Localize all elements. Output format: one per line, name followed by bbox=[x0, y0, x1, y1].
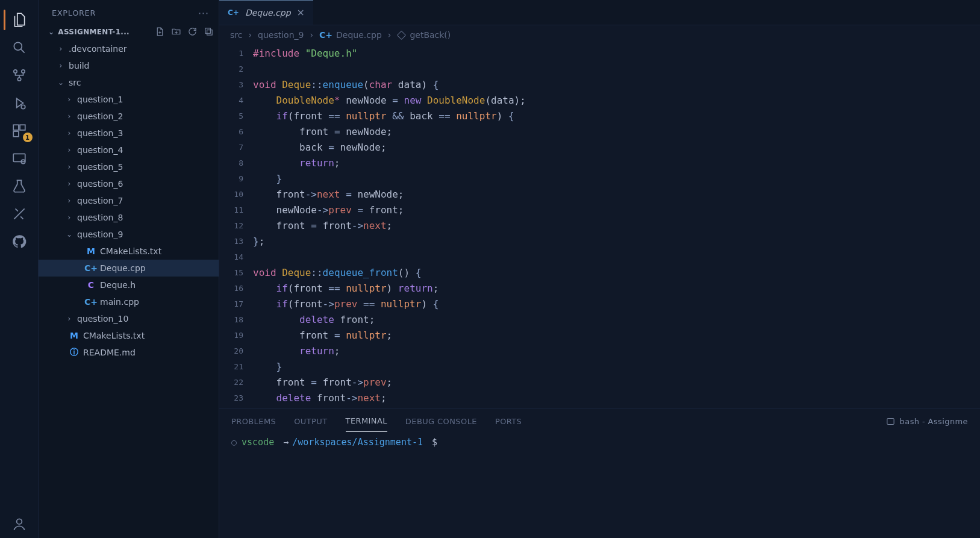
chevron-right-icon: › bbox=[310, 30, 313, 40]
panel-tab-output[interactable]: OUTPUT bbox=[294, 411, 327, 432]
svg-rect-7 bbox=[13, 131, 19, 137]
collapse-all-icon[interactable] bbox=[204, 27, 214, 37]
folder-item[interactable]: ›question_10 bbox=[39, 310, 219, 327]
chevron-icon: › bbox=[57, 45, 65, 53]
folder-item[interactable]: ›question_7 bbox=[39, 192, 219, 209]
explorer-sidebar: EXPLORER ⋯ ⌄ ASSIGNMENT-1... ›.devcontai… bbox=[39, 0, 219, 538]
file-name: question_8 bbox=[77, 213, 123, 222]
panel-tab-problems[interactable]: PROBLEMS bbox=[231, 411, 276, 432]
code-content[interactable]: #include "Deque.h" void Deque::enqueue(c… bbox=[253, 45, 980, 408]
activity-search-icon[interactable] bbox=[0, 34, 39, 61]
chevron-icon: › bbox=[65, 196, 73, 205]
extensions-update-badge: 1 bbox=[23, 133, 33, 142]
breadcrumb-part[interactable]: src bbox=[230, 30, 242, 40]
file-item[interactable]: C+Deque.cpp bbox=[39, 260, 219, 277]
file-item[interactable]: MCMakeLists.txt bbox=[39, 327, 219, 344]
breadcrumb[interactable]: src › question_9 › C+Deque.cpp › getBack… bbox=[219, 25, 980, 45]
panel-tab-debug-console[interactable]: DEBUG CONSOLE bbox=[405, 411, 477, 432]
folder-item[interactable]: ›question_1 bbox=[39, 91, 219, 108]
chevron-icon: ⌄ bbox=[57, 78, 65, 87]
file-name: question_2 bbox=[77, 111, 123, 121]
folder-item[interactable]: ›question_2 bbox=[39, 108, 219, 125]
chevron-down-icon: ⌄ bbox=[48, 28, 54, 36]
file-name: README.md bbox=[83, 348, 136, 357]
file-item[interactable]: ⓘREADME.md bbox=[39, 344, 219, 361]
activity-github-icon[interactable] bbox=[0, 228, 39, 255]
folder-item[interactable]: ›question_6 bbox=[39, 175, 219, 192]
folder-item[interactable]: ›question_4 bbox=[39, 142, 219, 158]
chevron-icon: › bbox=[65, 180, 73, 188]
folder-item[interactable]: ›.devcontainer bbox=[39, 40, 219, 57]
explorer-more-icon[interactable]: ⋯ bbox=[198, 7, 209, 19]
cpp-icon: C+ bbox=[319, 30, 332, 40]
activity-extensions-icon[interactable]: 1 bbox=[0, 117, 39, 145]
file-item[interactable]: CDeque.h bbox=[39, 277, 219, 293]
panel-tab-ports[interactable]: PORTS bbox=[495, 411, 522, 432]
file-type-icon: C bbox=[86, 280, 96, 290]
tab-label: Deque.cpp bbox=[245, 8, 291, 17]
terminal-body[interactable]: ○vscode →/workspaces/Assignment-1 $ bbox=[219, 433, 980, 538]
terminal-icon bbox=[886, 417, 895, 426]
file-name: Deque.cpp bbox=[100, 263, 146, 273]
svg-point-1 bbox=[13, 70, 16, 73]
folder-item[interactable]: ›question_5 bbox=[39, 158, 219, 175]
svg-rect-5 bbox=[13, 125, 19, 130]
file-item[interactable]: C+main.cpp bbox=[39, 293, 219, 310]
chevron-right-icon: › bbox=[248, 30, 252, 40]
file-item[interactable]: MCMakeLists.txt bbox=[39, 243, 219, 260]
file-type-icon: M bbox=[86, 246, 96, 256]
file-name: question_5 bbox=[77, 162, 123, 172]
close-icon[interactable]: × bbox=[297, 7, 305, 18]
breadcrumb-symbol[interactable]: getBack() bbox=[397, 30, 451, 40]
breadcrumb-part[interactable]: question_9 bbox=[258, 30, 304, 40]
folder-item[interactable]: ›build bbox=[39, 57, 219, 74]
arrow-icon: → bbox=[283, 437, 289, 448]
svg-rect-13 bbox=[398, 31, 406, 39]
activity-remote-icon[interactable] bbox=[0, 145, 39, 172]
breadcrumb-file[interactable]: C+Deque.cpp bbox=[319, 30, 382, 40]
terminal-user: vscode bbox=[242, 437, 274, 448]
folder-item[interactable]: ›question_3 bbox=[39, 125, 219, 142]
file-name: main.cpp bbox=[100, 297, 139, 307]
activity-files-icon[interactable] bbox=[0, 6, 39, 34]
terminal-shell-label[interactable]: bash - Assignme bbox=[886, 417, 968, 426]
new-file-icon[interactable] bbox=[155, 27, 165, 37]
panel-tab-bar: PROBLEMS OUTPUT TERMINAL DEBUG CONSOLE P… bbox=[219, 409, 980, 433]
chevron-icon: ⌄ bbox=[65, 230, 73, 239]
chevron-icon: › bbox=[65, 95, 73, 104]
line-numbers: 1234567891011121314151617181920212223 bbox=[219, 45, 253, 408]
panel-tab-terminal[interactable]: TERMINAL bbox=[346, 410, 387, 432]
folder-item[interactable]: ⌄src bbox=[39, 74, 219, 91]
activity-git-icon[interactable] bbox=[0, 61, 39, 89]
cpp-icon: C+ bbox=[228, 8, 239, 17]
file-name: src bbox=[69, 78, 81, 87]
file-name: .devcontainer bbox=[69, 44, 127, 54]
activity-debug-icon[interactable] bbox=[0, 89, 39, 117]
activity-liveshare-icon[interactable] bbox=[0, 200, 39, 228]
file-name: CMakeLists.txt bbox=[83, 331, 145, 340]
folder-item[interactable]: ⌄question_9 bbox=[39, 226, 219, 243]
tab-deque-cpp[interactable]: C+ Deque.cpp × bbox=[219, 0, 313, 25]
svg-rect-12 bbox=[207, 30, 213, 36]
explorer-header: EXPLORER ⋯ bbox=[39, 0, 219, 25]
chevron-icon: › bbox=[65, 129, 73, 137]
file-name: build bbox=[69, 61, 89, 70]
chevron-icon: › bbox=[65, 146, 73, 154]
file-type-icon: ⓘ bbox=[69, 347, 80, 358]
file-type-icon: C+ bbox=[86, 297, 96, 307]
new-folder-icon[interactable] bbox=[171, 27, 181, 37]
project-name: ASSIGNMENT-1... bbox=[58, 28, 130, 36]
code-editor[interactable]: 1234567891011121314151617181920212223 #i… bbox=[219, 45, 980, 408]
folder-item[interactable]: ›question_8 bbox=[39, 209, 219, 226]
svg-rect-6 bbox=[20, 125, 25, 130]
refresh-icon[interactable] bbox=[187, 27, 198, 37]
activity-testing-icon[interactable] bbox=[0, 172, 39, 200]
activity-account-icon[interactable] bbox=[0, 510, 39, 538]
file-name: question_3 bbox=[77, 128, 123, 138]
svg-point-0 bbox=[14, 42, 22, 50]
file-name: question_6 bbox=[77, 179, 123, 189]
chevron-icon: › bbox=[65, 213, 73, 222]
explorer-project-row[interactable]: ⌄ ASSIGNMENT-1... bbox=[39, 25, 219, 39]
chevron-icon: › bbox=[65, 314, 73, 323]
svg-rect-8 bbox=[13, 154, 25, 161]
